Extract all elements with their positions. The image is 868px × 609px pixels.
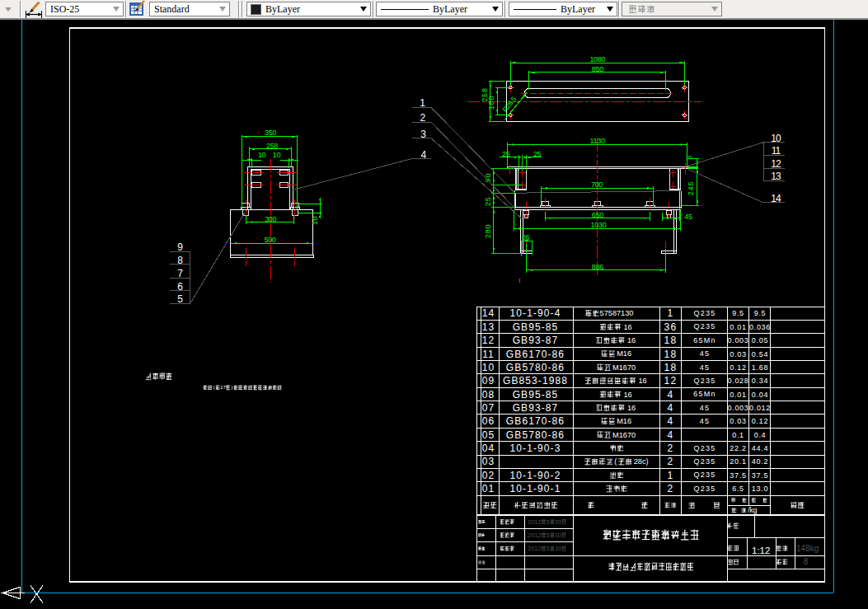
svg-text:2: 2 bbox=[668, 456, 674, 467]
svg-text:GB853-1988: GB853-1988 bbox=[503, 375, 568, 386]
svg-text:2012: 2012 bbox=[528, 518, 541, 526]
svg-text:): ) bbox=[231, 385, 232, 390]
svg-text:65Mn: 65Mn bbox=[693, 390, 716, 398]
svg-text:0.34: 0.34 bbox=[752, 377, 768, 385]
svg-text:08: 08 bbox=[482, 389, 495, 401]
svg-text:2: 2 bbox=[668, 483, 674, 494]
svg-text:Q235: Q235 bbox=[694, 322, 716, 330]
svg-text:2012: 2012 bbox=[528, 545, 541, 552]
svg-text:258: 258 bbox=[266, 142, 278, 150]
svg-text:10-1-90-1: 10-1-90-1 bbox=[510, 483, 561, 494]
svg-text:0.03: 0.03 bbox=[730, 417, 746, 425]
svg-text:M16: M16 bbox=[617, 417, 631, 425]
svg-text:0.05: 0.05 bbox=[752, 336, 768, 344]
svg-text:5: 5 bbox=[547, 532, 550, 539]
svg-text:16: 16 bbox=[623, 391, 631, 399]
svg-text:02: 02 bbox=[482, 470, 495, 481]
svg-text:16: 16 bbox=[627, 336, 636, 344]
svg-text:GB93-87: GB93-87 bbox=[513, 335, 559, 346]
svg-text:10: 10 bbox=[311, 216, 319, 226]
svg-text:18: 18 bbox=[664, 349, 678, 360]
svg-text:1080: 1080 bbox=[589, 55, 605, 63]
svg-text:1: 1 bbox=[668, 307, 674, 319]
svg-text:25: 25 bbox=[502, 150, 510, 158]
svg-text:0.036: 0.036 bbox=[749, 323, 771, 331]
svg-text:45: 45 bbox=[700, 404, 710, 412]
svg-text:2012: 2012 bbox=[528, 532, 541, 539]
svg-text:10-1-90-2: 10-1-90-2 bbox=[510, 470, 561, 481]
svg-text:650: 650 bbox=[592, 211, 603, 219]
svg-text:30: 30 bbox=[555, 518, 561, 526]
svg-text:10-1-90-4: 10-1-90-4 bbox=[510, 307, 561, 319]
svg-text:886: 886 bbox=[592, 263, 603, 271]
svg-text:0.03: 0.03 bbox=[730, 350, 746, 358]
svg-text:GB6170-86: GB6170-86 bbox=[506, 415, 565, 427]
svg-text:350: 350 bbox=[265, 129, 276, 137]
svg-text:0.1: 0.1 bbox=[732, 431, 744, 439]
svg-text:GB93-87: GB93-87 bbox=[513, 402, 559, 414]
svg-text:GB95-85: GB95-85 bbox=[513, 389, 559, 401]
svg-text:Q235: Q235 bbox=[694, 309, 716, 317]
svg-text:28c): 28c) bbox=[634, 457, 649, 466]
svg-text:0.01: 0.01 bbox=[730, 391, 746, 399]
svg-text:4: 4 bbox=[668, 389, 674, 401]
svg-text:04: 04 bbox=[482, 443, 495, 454]
svg-text:5: 5 bbox=[685, 155, 693, 160]
svg-text:17: 17 bbox=[220, 385, 226, 390]
svg-text:4: 4 bbox=[668, 402, 674, 414]
svg-text:40.2: 40.2 bbox=[752, 457, 768, 466]
svg-text:4: 4 bbox=[668, 429, 674, 441]
svg-text:01: 01 bbox=[482, 483, 495, 494]
svg-text:180: 180 bbox=[487, 96, 495, 110]
svg-text:(: ( bbox=[213, 385, 215, 390]
svg-text:25: 25 bbox=[484, 196, 492, 206]
svg-text:16: 16 bbox=[627, 404, 636, 412]
svg-text:10: 10 bbox=[258, 151, 266, 159]
svg-text:1130: 1130 bbox=[590, 137, 605, 145]
svg-text:500: 500 bbox=[264, 236, 275, 244]
svg-text:44.4: 44.4 bbox=[752, 444, 768, 452]
svg-text:GB6170-86: GB6170-86 bbox=[506, 349, 565, 360]
svg-text:6.5: 6.5 bbox=[732, 485, 744, 493]
svg-text:0.003: 0.003 bbox=[727, 404, 748, 412]
svg-text:1:12: 1:12 bbox=[752, 546, 770, 555]
svg-text:13: 13 bbox=[482, 321, 495, 333]
svg-text:GB5780-86: GB5780-86 bbox=[506, 429, 565, 441]
svg-text:07: 07 bbox=[482, 402, 495, 414]
svg-text:2: 2 bbox=[668, 443, 674, 454]
svg-text:37.5: 37.5 bbox=[730, 471, 746, 480]
svg-text:05: 05 bbox=[482, 429, 495, 441]
svg-text:16: 16 bbox=[623, 323, 631, 331]
svg-text:0.012: 0.012 bbox=[749, 404, 771, 412]
svg-text:0.4: 0.4 bbox=[754, 431, 767, 439]
svg-text:4: 4 bbox=[668, 415, 674, 427]
svg-text:03: 03 bbox=[482, 456, 495, 467]
svg-text:M1670: M1670 bbox=[612, 431, 636, 439]
svg-text:0.12: 0.12 bbox=[752, 417, 768, 425]
svg-text:30: 30 bbox=[555, 545, 561, 552]
svg-text:/kg: /kg bbox=[748, 506, 758, 514]
svg-text:06: 06 bbox=[482, 415, 495, 427]
svg-text:11: 11 bbox=[482, 349, 495, 360]
svg-text:16: 16 bbox=[638, 377, 646, 385]
svg-text:300: 300 bbox=[265, 215, 276, 223]
svg-text:57587130: 57587130 bbox=[600, 309, 634, 317]
svg-text:Q235: Q235 bbox=[694, 485, 716, 493]
svg-text:37.5: 37.5 bbox=[752, 471, 768, 480]
svg-text:0.028: 0.028 bbox=[727, 377, 748, 385]
svg-text:30: 30 bbox=[555, 532, 561, 539]
svg-text:0.54: 0.54 bbox=[752, 350, 768, 358]
svg-text:280: 280 bbox=[484, 224, 492, 238]
svg-text:45: 45 bbox=[700, 417, 710, 425]
svg-text:1030: 1030 bbox=[591, 221, 607, 229]
svg-text:45: 45 bbox=[700, 363, 710, 372]
svg-text:12: 12 bbox=[482, 335, 495, 346]
svg-text:45: 45 bbox=[684, 213, 692, 221]
svg-text:13.0: 13.0 bbox=[752, 485, 768, 493]
svg-text:09: 09 bbox=[482, 375, 495, 386]
svg-text:M1670: M1670 bbox=[612, 363, 636, 372]
svg-text:22.2: 22.2 bbox=[730, 444, 746, 452]
svg-text:700: 700 bbox=[591, 180, 603, 189]
svg-text:Q235: Q235 bbox=[694, 471, 716, 479]
svg-text:20.1: 20.1 bbox=[730, 457, 746, 466]
